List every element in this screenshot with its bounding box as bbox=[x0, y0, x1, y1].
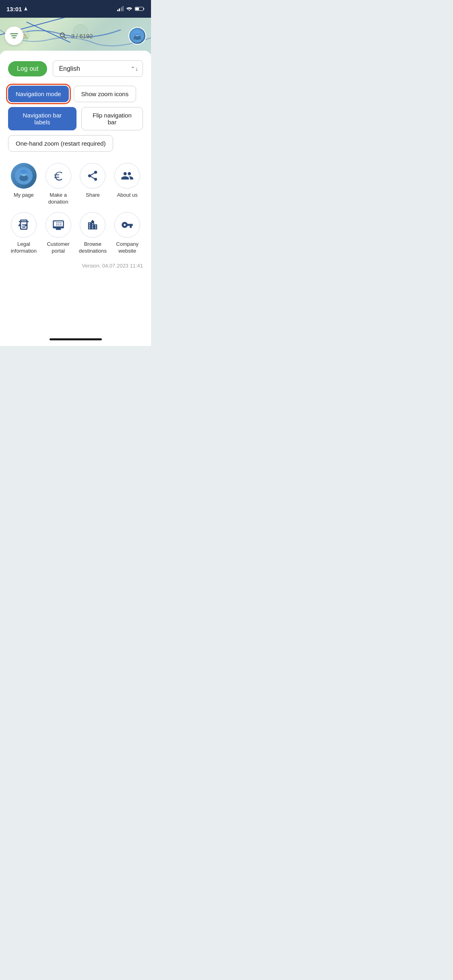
button-row-1: Navigation mode Show zoom icons bbox=[8, 86, 143, 102]
avatar-image bbox=[130, 29, 144, 43]
company-website-label: Company website bbox=[112, 241, 143, 255]
browse-destinations-label: Browse destinations bbox=[77, 241, 109, 255]
my-page-label: My page bbox=[14, 192, 34, 199]
battery-icon bbox=[135, 6, 145, 11]
top-row: Log out EnglishDeutschFrançaisEspañol ⌃↓ bbox=[8, 60, 143, 77]
share-icon-circle bbox=[80, 163, 105, 189]
logout-button[interactable]: Log out bbox=[8, 61, 47, 76]
language-selector-wrapper: EnglishDeutschFrançaisEspañol ⌃↓ bbox=[53, 60, 143, 77]
share-label: Share bbox=[86, 192, 100, 199]
search-icon bbox=[59, 31, 68, 40]
company-website-item[interactable]: Company website bbox=[112, 212, 143, 255]
settings-panel: Log out EnglishDeutschFrançaisEspañol ⌃↓… bbox=[0, 51, 151, 332]
one-hand-zoom-button[interactable]: One-hand zoom (restart required) bbox=[8, 135, 113, 152]
button-row-2: Navigation bar labels Flip navigation ba… bbox=[8, 107, 143, 130]
status-bar: 13:01 bbox=[0, 0, 151, 18]
building-icon bbox=[87, 219, 99, 231]
user-avatar[interactable] bbox=[128, 27, 146, 45]
signal-icon bbox=[117, 6, 124, 11]
map-search-area: 3 / 6192 bbox=[59, 31, 93, 40]
svg-rect-2 bbox=[135, 8, 139, 10]
people-icon bbox=[121, 169, 134, 182]
share-icon bbox=[87, 170, 99, 182]
browse-destinations-item[interactable]: Browse destinations bbox=[77, 212, 109, 255]
company-website-icon-circle bbox=[114, 212, 140, 238]
legal-information-item[interactable]: Legal information bbox=[8, 212, 39, 255]
about-us-item[interactable]: About us bbox=[112, 163, 143, 206]
customer-portal-icon-circle bbox=[46, 212, 71, 238]
flip-navigation-bar-button[interactable]: Flip navigation bar bbox=[81, 107, 143, 130]
route-count: 3 / 6192 bbox=[71, 33, 93, 39]
legal-icon-circle bbox=[11, 212, 37, 238]
about-us-label: About us bbox=[117, 192, 137, 199]
language-select[interactable]: EnglishDeutschFrançaisEspañol bbox=[53, 60, 143, 77]
legal-information-label: Legal information bbox=[8, 241, 39, 255]
status-icons bbox=[117, 6, 145, 11]
monitor-icon bbox=[52, 219, 64, 231]
version-text: Version: 04.07.2023 11:41 bbox=[8, 263, 143, 269]
make-donation-icon-circle bbox=[46, 163, 71, 189]
euro-icon bbox=[52, 169, 65, 182]
navigation-mode-button[interactable]: Navigation mode bbox=[8, 86, 69, 102]
wifi-icon bbox=[126, 6, 132, 11]
avatar-icon bbox=[15, 167, 33, 185]
customer-portal-item[interactable]: Customer portal bbox=[43, 212, 74, 255]
status-time: 13:01 bbox=[6, 6, 28, 12]
map-background: 🚴 3 / 6192 bbox=[0, 18, 151, 54]
scale-overlay-icon bbox=[17, 218, 30, 231]
filter-icon bbox=[10, 33, 18, 38]
svg-rect-1 bbox=[143, 8, 144, 10]
key-icon bbox=[121, 219, 133, 231]
home-indicator bbox=[0, 332, 151, 346]
svg-point-13 bbox=[20, 170, 27, 174]
share-item[interactable]: Share bbox=[77, 163, 109, 206]
my-page-item[interactable]: My page bbox=[8, 163, 39, 206]
browse-destinations-icon-circle bbox=[80, 212, 105, 238]
navigation-bar-labels-button[interactable]: Navigation bar labels bbox=[8, 107, 77, 130]
make-donation-item[interactable]: Make a donation bbox=[43, 163, 74, 206]
show-zoom-icons-button[interactable]: Show zoom icons bbox=[74, 86, 137, 102]
menu-icons-grid: My page Make a donation Share bbox=[8, 163, 143, 255]
location-arrow-icon bbox=[23, 6, 28, 11]
make-donation-label: Make a donation bbox=[43, 192, 74, 206]
my-page-avatar bbox=[11, 163, 37, 189]
about-us-icon-circle bbox=[114, 163, 140, 189]
filter-button[interactable] bbox=[5, 27, 23, 45]
button-row-3: One-hand zoom (restart required) bbox=[8, 135, 143, 152]
home-bar bbox=[50, 338, 102, 340]
customer-portal-label: Customer portal bbox=[43, 241, 74, 255]
map-header: 3 / 6192 bbox=[0, 18, 151, 54]
